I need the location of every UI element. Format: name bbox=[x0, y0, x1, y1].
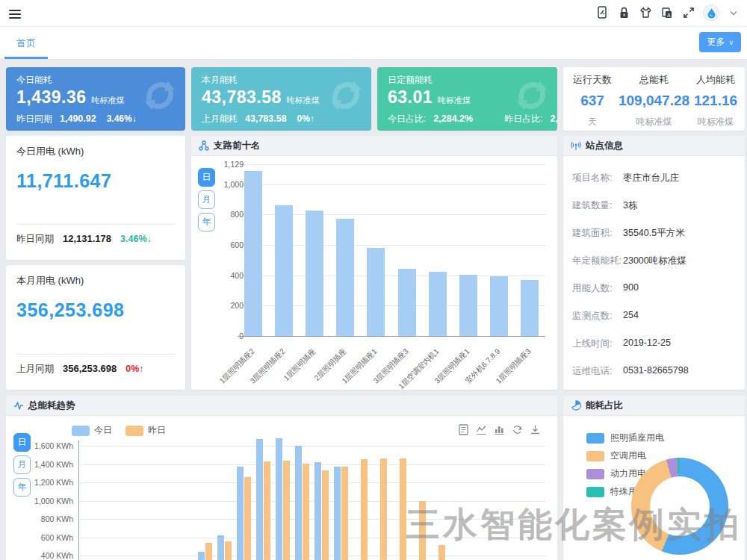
energy-share-panel: 能耗占比 照明插座用电空调用电动力用电特殊用电 bbox=[563, 396, 745, 560]
branch-ytick: 400 bbox=[230, 271, 244, 280]
lock-icon[interactable] bbox=[616, 4, 631, 21]
site-row-value: 23000吨标准煤 bbox=[623, 255, 686, 267]
kpi-footer-value: 1,490.92 bbox=[60, 113, 96, 124]
site-info-row-3: 年定额能耗:23000吨标准煤 bbox=[572, 255, 739, 267]
trend-bar-yesterday-14 bbox=[361, 459, 368, 560]
site-row-value: 900 bbox=[623, 282, 639, 293]
site-info-panel: 站点信息 项目名称:枣庄市台儿庄建筑数量:3栋建筑面积:35540.5平方米年定… bbox=[563, 136, 745, 390]
electricity-value: 356,253.698 bbox=[16, 299, 125, 321]
site-info-row-6: 上线时间:2019-12-25 bbox=[572, 337, 739, 350]
site-row-label: 上线时间: bbox=[572, 338, 612, 349]
card-title: 本月用电 (kWh) bbox=[16, 274, 84, 287]
branch-bar-1 bbox=[275, 205, 293, 336]
branch-ytick: 1,129 bbox=[224, 160, 244, 169]
branch-bar-9 bbox=[521, 280, 539, 336]
trend-bar-yesterday-17 bbox=[419, 501, 426, 560]
branch-bar-chart: 02004006008001,0001,1291层照明插座23层照明插座21层照… bbox=[191, 156, 557, 390]
site-row-label: 建筑面积: bbox=[572, 228, 612, 238]
compare-value: 12,131.178 bbox=[63, 233, 111, 244]
legend-swatch bbox=[586, 451, 604, 461]
site-row-label: 建筑数量: bbox=[572, 200, 612, 211]
site-info-row-1: 建筑数量:3栋 bbox=[572, 199, 739, 212]
branch-bar-4 bbox=[367, 248, 385, 336]
trend-ytick: 600 KWh bbox=[6, 533, 73, 542]
trend-y-axis bbox=[78, 441, 79, 560]
trend-bar-yesterday-7 bbox=[225, 541, 232, 560]
legend-label: 照明插座用电 bbox=[610, 432, 664, 444]
user-menu-chevron-icon[interactable] bbox=[726, 4, 741, 21]
legend-swatch bbox=[586, 469, 604, 479]
site-row-value: 35540.5平方米 bbox=[623, 227, 685, 240]
trend-gridline bbox=[78, 464, 545, 465]
site-info-row-2: 建筑面积:35540.5平方米 bbox=[572, 227, 739, 240]
site-row-value: 254 bbox=[623, 310, 639, 320]
kpi-title: 本月能耗 bbox=[202, 74, 238, 87]
site-row-value: 0531-82665798 bbox=[623, 365, 689, 376]
kpi-unit: 吨标准煤 bbox=[287, 95, 320, 106]
card-title: 今日用电 (kWh) bbox=[16, 145, 84, 158]
branch-bar-2 bbox=[306, 211, 323, 336]
fullscreen-icon[interactable] bbox=[681, 4, 696, 21]
delta-value: 0%↑ bbox=[125, 364, 143, 374]
menu-toggle-icon[interactable] bbox=[9, 7, 21, 18]
trend-gridline bbox=[78, 446, 545, 447]
trend-bar-today-13 bbox=[334, 467, 341, 560]
trend-ytick: 800 KWh bbox=[6, 514, 73, 523]
branch-bar-5 bbox=[398, 269, 416, 336]
more-button[interactable]: 更多∨ bbox=[699, 32, 741, 52]
site-row-value: 3栋 bbox=[623, 199, 637, 212]
share-legend-item-2[interactable]: 动力用电 bbox=[586, 467, 646, 480]
trend-gridline bbox=[78, 519, 545, 520]
branch-ytick: 800 bbox=[230, 210, 244, 219]
branch-gridline bbox=[238, 164, 545, 165]
branch-gridline bbox=[238, 184, 545, 185]
refresh-watermark-icon bbox=[512, 76, 551, 117]
kpi-footer-delta: 0%↑ bbox=[297, 113, 314, 124]
trend-bar-yesterday-9 bbox=[264, 461, 270, 560]
kpi-card-daily-quota: 日定额能耗 63.01吨标准煤 今日占比:2,284.2% 昨日占比:2,366… bbox=[377, 67, 557, 131]
site-row-label: 项目名称: bbox=[572, 172, 612, 183]
kpi-footer-label: 昨日同期 bbox=[16, 113, 52, 125]
stat-per-capita-energy: 人均能耗 121.16 吨标准煤 bbox=[691, 73, 740, 125]
branch-icon bbox=[199, 140, 209, 151]
trend-bar-yesterday-11 bbox=[303, 464, 309, 560]
kpi-value: 63.01 bbox=[388, 87, 433, 108]
delta-value: 3.46%↓ bbox=[120, 234, 152, 244]
kpi-footer-value: 2,284.2% bbox=[433, 113, 473, 124]
kpi-title: 今日能耗 bbox=[16, 74, 52, 87]
branch-x-axis bbox=[238, 336, 545, 337]
kpi-value: 43,783.58 bbox=[202, 87, 282, 108]
tab-active-indicator bbox=[4, 57, 48, 59]
copy-language-icon[interactable]: A bbox=[660, 4, 675, 21]
trend-ytick: 1,000 KWh bbox=[6, 497, 73, 505]
mobile-icon[interactable] bbox=[595, 4, 610, 21]
trend-bar-yesterday-6 bbox=[205, 543, 212, 560]
branch-bar-3 bbox=[336, 219, 354, 336]
trend-ytick: 1,600 KWh bbox=[6, 441, 73, 450]
trend-bar-today-7 bbox=[217, 535, 224, 560]
branch-bar-6 bbox=[429, 272, 447, 336]
share-legend-item-0[interactable]: 照明插座用电 bbox=[586, 432, 664, 444]
branch-top10-panel: 支路前十名 日月年 02004006008001,0001,1291层照明插座2… bbox=[191, 136, 557, 390]
user-avatar[interactable] bbox=[703, 4, 719, 21]
today-electricity-card: 今日用电 (kWh) 11,711.647 昨日同期 12,131.178 3.… bbox=[6, 136, 185, 260]
site-row-value: 枣庄市台儿庄 bbox=[623, 172, 679, 184]
trend-gridline bbox=[78, 501, 545, 502]
theme-skin-icon[interactable] bbox=[638, 4, 653, 21]
summary-stats-card: 运行天数 637 天 总能耗 109,047.28 吨标准煤 人均能耗 121.… bbox=[563, 67, 745, 131]
pie-chart-icon bbox=[571, 400, 581, 411]
share-legend-item-1[interactable]: 空调用电 bbox=[586, 449, 646, 462]
stat-running-days: 运行天数 637 天 bbox=[568, 73, 617, 125]
trend-bar-today-12 bbox=[314, 462, 321, 560]
tab-home[interactable]: 首页 bbox=[4, 27, 48, 60]
site-row-label: 年定额能耗: bbox=[572, 255, 622, 266]
month-electricity-card: 本月用电 (kWh) 356,253.698 上月同期 356,253.698 … bbox=[6, 265, 185, 390]
site-row-label: 运维电话: bbox=[572, 366, 612, 376]
compare-value: 356,253.698 bbox=[63, 363, 117, 374]
trend-bar-today-11 bbox=[295, 446, 302, 560]
branch-bar-0 bbox=[244, 171, 262, 336]
trend-ytick: 1,200 KWh bbox=[6, 478, 73, 487]
trend-bar-chart: 1,600 KWh1,400 KWh1,200 KWh1,000 KWh800 … bbox=[6, 396, 557, 560]
branch-ytick: 200 bbox=[230, 301, 244, 310]
kpi-value: 1,439.36 bbox=[16, 87, 87, 108]
